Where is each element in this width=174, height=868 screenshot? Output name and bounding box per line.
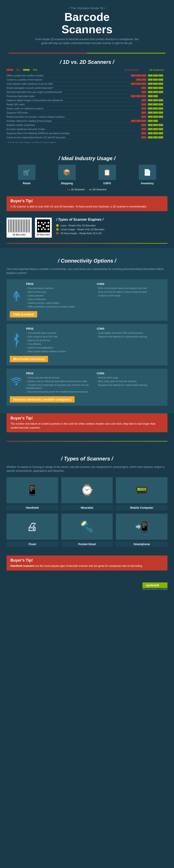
legend-1d: 1D Scanners [68,188,85,191]
compare-row: Supports OCR fonts [6,111,168,115]
bar-2d [148,83,153,85]
logo: systemid [143,582,168,588]
bar-1d-wrap [127,112,146,114]
list-item: Least expensive [26,294,94,297]
compare-row-bars [124,99,168,101]
bluetooth-pros-cons: PROS Can transmit data in real timeHas a… [26,327,164,354]
footer-logo-area: systemid Barcode Solutions Simplified [143,582,168,590]
bar-2d [153,95,158,97]
bar-2d [158,83,163,85]
bar-2d [153,91,158,93]
list-item: Costs slightly more than USB corded scan… [97,332,164,335]
wireless-pros-heading: PROS [26,372,94,375]
compare-row: Reads barcodes on concave / convex shape… [6,115,168,119]
compare-row-bars [124,87,168,89]
compare-row: Supports Direct Part Marking (DPM) for p… [6,131,168,135]
list-item: 90%+ of all scanner failures are related… [97,287,164,290]
bar-1d [131,120,136,122]
bar-1d [131,83,136,85]
buyers-tip-2: Buyer's Tip! The number one failure of c… [6,413,168,432]
bar-1d-wrap [127,87,146,89]
scanner-icon-box: 🖨 [6,514,58,540]
page-title: Barcode Scanners [9,11,165,36]
buyers-tip-3-rest: are the most popular type of barcode sca… [34,564,143,567]
compare-row-bars [124,116,168,118]
bar-2d [148,91,153,93]
compare-row: Captures digital images of documents and… [6,98,168,102]
engine-item: Linear Imager - Reads Only 1D Barcodes [56,228,168,231]
section-divider [6,243,168,244]
compare-row-label: Reads damaged or poorly printed barcodes… [6,87,124,89]
buyers-tip-2-heading: Buyer's Tip! [10,416,164,421]
compare-row-bars [124,120,168,122]
bar-1d [131,95,136,97]
bar-2d [158,124,163,126]
bar-2d-wrap [148,99,168,101]
usb-cons: CONS 90%+ of all scanner failures are re… [97,282,164,309]
engine-text: 2D Area Imager - Reads Both 1D & 2D [60,232,102,235]
compare-row: Scans codes on reflective surfaces [6,106,168,111]
industry-icon-box: 📦 [58,165,76,180]
compare-row-label: Supports Direct Part Marking (DPM) for p… [6,132,124,134]
bar-2d-wrap [148,132,168,134]
industry-section: / Ideal Industry Usage / 🛒Retail📦Shippin… [0,148,174,196]
industry-label: Shipping [47,182,87,185]
bar-2d-wrap [148,112,168,114]
compare-row: Enables mobile couponing [6,123,168,127]
bar-1d [141,116,146,118]
legend-no-bar [6,69,13,71]
engine-dot [56,224,59,227]
bar-2d [153,132,158,134]
list-item: Does not have the option to transmit dat… [97,290,164,293]
bar-2d-wrap [148,79,168,81]
list-item: Most costly option for barcode scanning [97,380,164,383]
buyers-tip-3-text: Handheld scanners are the most popular t… [10,564,164,568]
bar-1d [141,120,146,122]
compare-row-label: Reads barcodes on concave / convex shape… [6,116,124,118]
bar-2d [153,112,158,114]
bluetooth-block-inner: PROS Can transmit data in real timeHas a… [10,327,164,354]
engine-text: Laser - Reads Only 1D Barcodes [60,224,96,227]
bar-2d-wrap [148,128,168,130]
usb-cons-heading: CONS [97,282,164,286]
list-item: Offers proprietary connections on certai… [26,305,94,308]
compare-row-bars [124,91,168,93]
legend-1d-dot [68,189,70,190]
compare-row-label: Offers corded and cordless models [6,74,124,77]
buyers-tip-3: Buyer's Tip! Handheld scanners are the m… [6,556,168,570]
wireless-cons-heading: CONS [97,372,164,375]
compare-row-bars [124,103,168,105]
list-item: Easy to implement [26,298,94,301]
list-item: Has a range of up to 100+ feet [26,335,94,338]
section-divider-2 [6,441,168,442]
bar-1d [141,91,146,93]
usb-pros-list: Transmits data in real timeMost common t… [26,287,94,308]
bar-2d [153,107,158,110]
legend-yes-label: Yes [33,68,38,71]
compare-row-label: Decodes barcodes from any angle (omnidir… [6,91,124,93]
scanner-item: 📟Mobile Computer [116,477,168,510]
bar-2d [153,120,158,122]
compare-row-bars [124,79,168,81]
bar-1d [141,132,146,134]
scanner-icon-box: 📲 [116,514,168,540]
engine-dot [56,228,59,231]
bar-2d [148,136,153,138]
svg-rect-1 [18,295,19,297]
bluetooth-label: BlueTooth (wireless) [10,356,48,362]
wireless-icon [10,372,23,394]
compare-row: Reads QR codes [6,102,168,106]
scanners-grid: 📱Handheld⌚Wearable📟Mobile Computer🖨Fixed… [6,477,168,547]
footer: systemid Barcode Solutions Simplified [0,579,174,593]
bluetooth-pros-list: Can transmit data in real timeHas a rang… [26,332,94,353]
bar-2d-wrap [148,103,168,105]
compare-row-label: Processes barcodes faster [6,95,124,97]
wireless-block-inner: PROS Stores data into internal memoryEna… [10,372,164,394]
scanner-item: 📱Handheld [6,477,58,510]
barcode-1d-box: 1D Barcodes [6,218,32,238]
bar-2d [153,83,158,85]
compare-row-bars [124,128,168,130]
bar-2d [148,116,153,118]
bar-2d-wrap [148,116,168,118]
compare-row-label: Supports OCR fonts [6,111,124,114]
